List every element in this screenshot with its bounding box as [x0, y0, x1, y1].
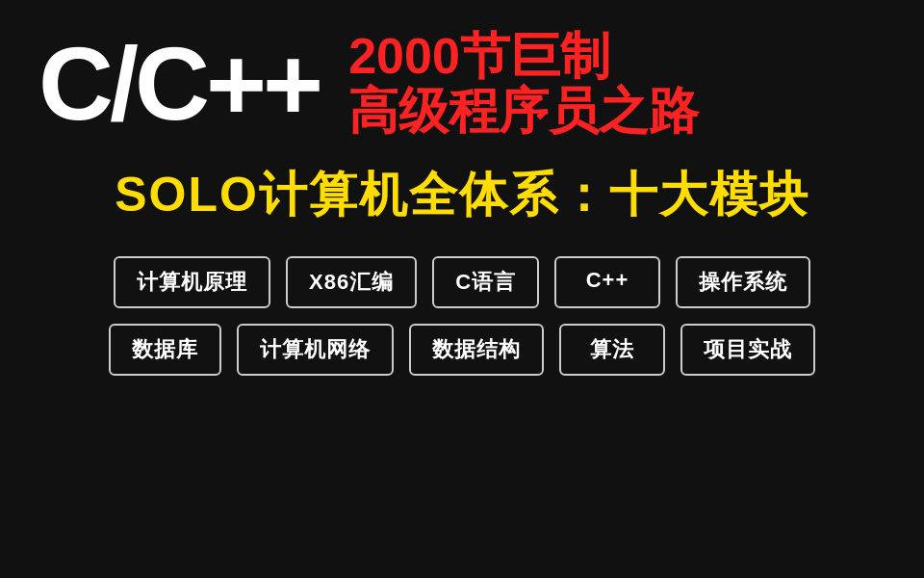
subtitle: SOLO计算机全体系：十大模块 — [115, 163, 809, 227]
module-tag-x86: X86汇编 — [286, 256, 417, 308]
module-tag-network: 计算机网络 — [237, 324, 394, 376]
module-tag-algo: 算法 — [559, 324, 665, 376]
module-tag-project: 项目实战 — [680, 324, 815, 376]
module-tag-ds: 数据结构 — [409, 324, 544, 376]
modules-grid: 计算机原理 X86汇编 C语言 C++ 操作系统 数据库 计算机网络 数据结构 … — [38, 256, 886, 376]
cpp-logo: C/C++ — [38, 32, 320, 136]
module-tag-c: C语言 — [432, 256, 539, 308]
module-tag-computer-principles: 计算机原理 — [114, 256, 270, 308]
header-line1: 2000节巨制 — [348, 29, 610, 84]
module-tag-db: 数据库 — [109, 324, 221, 376]
module-tag-os: 操作系统 — [676, 256, 810, 308]
main-container: C/C++ 2000节巨制 高级程序员之路 SOLO计算机全体系：十大模块 计算… — [0, 0, 924, 578]
header-line2: 高级程序员之路 — [348, 84, 699, 139]
top-section: C/C++ 2000节巨制 高级程序员之路 — [38, 29, 886, 139]
modules-row-1: 计算机原理 X86汇编 C语言 C++ 操作系统 — [114, 256, 810, 308]
module-tag-cpp: C++ — [554, 256, 660, 308]
modules-row-2: 数据库 计算机网络 数据结构 算法 项目实战 — [109, 324, 815, 376]
header-text: 2000节巨制 高级程序员之路 — [348, 29, 699, 139]
